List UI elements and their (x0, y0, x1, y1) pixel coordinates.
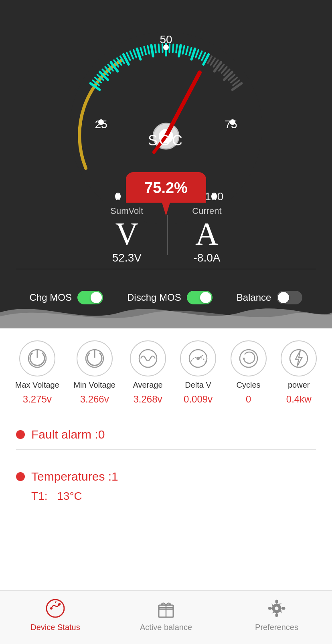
svg-text:50: 50 (160, 33, 172, 46)
tab-preferences[interactable]: Preferences (249, 597, 305, 632)
svg-rect-86 (276, 614, 277, 616)
device-status-icon (44, 597, 67, 620)
fault-alarm-section: Fault alarm :0 (0, 413, 332, 466)
current-block: Current A -8.0A (192, 206, 221, 264)
volt-block: SumVolt V 52.3V (110, 206, 143, 264)
svg-line-22 (155, 45, 156, 53)
tab-device-status[interactable]: Device Status (27, 597, 83, 632)
svg-point-89 (274, 606, 279, 611)
svg-rect-88 (282, 608, 285, 609)
fault-alarm-row: Fault alarm :0 (16, 428, 316, 441)
temperatures-row: Temperatures :1 (16, 470, 316, 483)
metric-label-4: Cycles (237, 380, 261, 390)
svg-point-74 (290, 350, 308, 367)
active-balance-icon (155, 597, 177, 620)
wave-decoration (0, 296, 332, 328)
metric-label-2: Average (133, 380, 162, 390)
metric-value-4: 0 (246, 394, 251, 405)
temperatures-label: Temperatures : (31, 470, 111, 483)
soc-label: SOC (148, 132, 184, 149)
current-label: Current (192, 206, 221, 216)
svg-point-57 (230, 119, 235, 125)
metric-value-0: 3.275v (23, 394, 52, 405)
gauge-section: 50 25 75 0 100 SOC 75.2% (0, 0, 332, 328)
svg-point-56 (98, 119, 104, 125)
temperatures-dot (16, 472, 25, 481)
svg-point-55 (163, 44, 169, 50)
svg-line-23 (159, 44, 160, 52)
volt-value: 52.3V (112, 252, 142, 264)
metric-icon-1 (77, 340, 113, 376)
volt-amp-row: SumVolt V 52.3V Current A -8.0A (0, 206, 332, 264)
metric-icon-3 (180, 340, 216, 376)
current-value: -8.0A (193, 252, 220, 264)
volt-icon: V (115, 218, 138, 250)
metric-label-5: power (288, 380, 310, 390)
t1-value: 13°C (57, 490, 82, 502)
metric-cell-delta-v: Delta V 0.009v (180, 340, 216, 405)
tab-active-balance-label: Active balance (140, 623, 192, 632)
tab-device-status-label: Device Status (30, 623, 80, 632)
metric-cell-cycles: Cycles 0 (231, 340, 267, 405)
metric-cell-max-voltage: Max Voltage 3.275v (15, 340, 59, 405)
metric-label-0: Max Voltage (15, 380, 59, 390)
tab-active-balance[interactable]: Active balance (138, 597, 194, 632)
svg-point-76 (50, 607, 53, 610)
tab-bar: Device Status Active balance (0, 590, 332, 644)
temperatures-section: Temperatures :1 T1: 13°C (0, 466, 332, 511)
tab-preferences-label: Preferences (255, 623, 298, 632)
svg-line-27 (173, 44, 174, 52)
metric-value-3: 0.009v (184, 394, 213, 405)
metrics-section: Max Voltage 3.275v Min Voltage 3.266v Av… (0, 328, 332, 413)
svg-line-28 (176, 45, 177, 53)
metric-divider (167, 215, 168, 255)
metric-icon-5 (281, 340, 317, 376)
metric-cell-min-voltage: Min Voltage 3.266v (73, 340, 115, 405)
t1-label: T1: (31, 490, 47, 502)
fault-alarm-title: Fault alarm :0 (31, 428, 105, 441)
metric-value-1: 3.266v (80, 394, 109, 405)
svg-rect-87 (269, 608, 271, 609)
temperatures-title: Temperatures :1 (31, 470, 118, 483)
svg-line-78 (55, 601, 56, 603)
fault-alarm-dot (16, 430, 25, 439)
metric-label-3: Delta V (185, 380, 211, 390)
metric-label-1: Min Voltage (73, 380, 115, 390)
svg-rect-85 (276, 600, 277, 603)
section-divider-1 (16, 449, 316, 450)
fault-alarm-value: 0 (98, 428, 105, 441)
metric-icon-0 (19, 340, 55, 376)
metric-icon-2 (130, 340, 166, 376)
volt-label: SumVolt (110, 206, 143, 216)
horizontal-divider (16, 269, 316, 269)
metric-value-2: 3.268v (133, 394, 162, 405)
metric-value-5: 0.4kw (286, 394, 312, 405)
preferences-icon (265, 597, 288, 620)
svg-point-68 (139, 350, 157, 367)
metrics-grid: Max Voltage 3.275v Min Voltage 3.266v Av… (8, 340, 324, 405)
metric-icon-4 (231, 340, 267, 376)
svg-point-58 (115, 193, 121, 199)
temperatures-value: 1 (111, 470, 118, 483)
t1-row: T1: 13°C (31, 490, 316, 503)
metric-cell-power: power 0.4kw (281, 340, 317, 405)
fault-alarm-label: Fault alarm : (31, 428, 98, 441)
current-icon: A (195, 218, 219, 250)
svg-marker-73 (242, 358, 245, 360)
metric-cell-average: Average 3.268v (130, 340, 166, 405)
svg-point-59 (211, 193, 217, 199)
